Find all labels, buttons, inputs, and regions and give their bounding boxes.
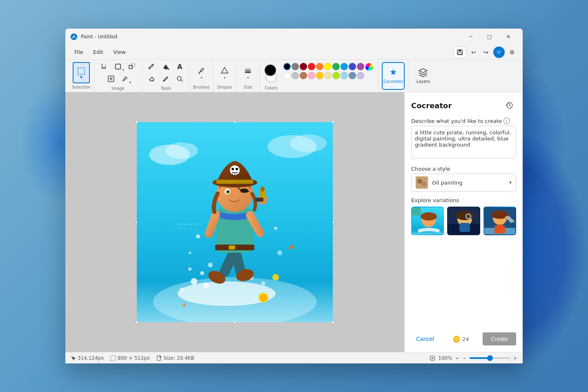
color-red[interactable]: [308, 63, 315, 70]
size-tool[interactable]: ▾: [240, 62, 256, 83]
color-gray[interactable]: [292, 63, 299, 70]
file-size: Size: 20.4KB: [156, 355, 194, 361]
zoom-slider-thumb[interactable]: [487, 355, 493, 361]
color-blue[interactable]: [341, 63, 348, 70]
cancel-button[interactable]: Cancel: [411, 332, 439, 345]
style-dropdown[interactable]: Oil painting ▾: [411, 174, 516, 192]
variations-grid: [411, 207, 516, 235]
selection-tool[interactable]: ▼: [73, 62, 90, 83]
info-icon[interactable]: i: [503, 118, 510, 124]
pirate-svg: [137, 122, 333, 322]
profile-button[interactable]: U: [493, 47, 505, 58]
style-value: Oil painting: [432, 180, 505, 186]
color-lightblue[interactable]: [341, 72, 348, 79]
zoom-in-button[interactable]: +: [513, 355, 518, 361]
undo-button[interactable]: ↩: [468, 47, 479, 58]
color-rainbow[interactable]: [365, 63, 373, 71]
color-purple[interactable]: [357, 63, 364, 70]
style-thumbnail: [416, 176, 428, 189]
svg-point-31: [261, 281, 265, 285]
eraser-tool[interactable]: [145, 73, 158, 85]
color-brown[interactable]: [300, 72, 307, 79]
variation-3[interactable]: [483, 207, 516, 235]
svg-rect-46: [261, 187, 265, 192]
shapes-tool[interactable]: ▾: [216, 62, 233, 83]
layers-button[interactable]: Layers: [412, 62, 434, 90]
select-tool-2[interactable]: ▾: [118, 73, 131, 85]
color-black[interactable]: [283, 63, 291, 70]
filesize-icon: [156, 355, 162, 361]
pencil-icon: [148, 63, 156, 70]
menu-view[interactable]: View: [109, 47, 130, 57]
menu-edit[interactable]: Edit: [89, 47, 107, 57]
color-cream[interactable]: [324, 72, 332, 79]
color-row-2: [283, 72, 373, 79]
brushes-tool[interactable]: ▾: [193, 62, 209, 83]
fill-tool[interactable]: [159, 61, 172, 72]
menubar: File Edit View ↩ ↪ U ⚙: [65, 45, 523, 60]
history-button[interactable]: [503, 99, 516, 112]
variation-2[interactable]: [447, 207, 480, 235]
color-picker-tool[interactable]: [159, 73, 172, 85]
color-lavender[interactable]: [357, 72, 364, 79]
svg-point-27: [208, 263, 213, 267]
cocreator-toolbar-label: Cocreator: [383, 79, 403, 84]
color-pink[interactable]: [308, 72, 315, 79]
main-window: Paint - Untitled ─ □ ✕ File Edit View ↩ …: [65, 29, 523, 363]
svg-point-34: [260, 294, 267, 301]
size-dropdown: ▾: [247, 76, 249, 80]
dropdown-arrow: ▾: [122, 68, 124, 72]
image-tool-row1: ▾: [98, 61, 138, 72]
color-yellow[interactable]: [324, 63, 332, 70]
selection-rect-icon: [77, 67, 86, 76]
layers-icon: [418, 68, 428, 78]
canvas-area[interactable]: [65, 92, 404, 352]
transform-tool[interactable]: ▾: [111, 61, 125, 72]
fit-screen-icon: [429, 355, 436, 361]
magnify-tool[interactable]: [173, 73, 186, 85]
variation-1[interactable]: [411, 207, 444, 235]
color-white[interactable]: [283, 72, 291, 79]
redo-button[interactable]: ↪: [480, 47, 492, 58]
svg-rect-5: [78, 68, 85, 74]
cocreator-button[interactable]: Cocreator: [382, 62, 405, 90]
color-darkred[interactable]: [300, 63, 307, 70]
color-gold[interactable]: [316, 72, 323, 79]
style-label-text: Choose a style: [411, 166, 450, 172]
tools-row1: A: [145, 61, 186, 72]
close-button[interactable]: ✕: [499, 30, 518, 43]
text-tool[interactable]: A: [173, 61, 186, 72]
svg-point-70: [417, 179, 422, 184]
oil-painting-thumb: [416, 176, 428, 189]
svg-point-63: [274, 227, 277, 230]
save-button[interactable]: [453, 47, 466, 58]
tools-row2: [145, 73, 186, 85]
color-orange[interactable]: [316, 63, 323, 70]
minimize-button[interactable]: ─: [461, 30, 480, 43]
svg-point-28: [203, 283, 209, 288]
selection-label: Selection: [72, 85, 91, 89]
undo-redo-group: ↩ ↪: [468, 47, 492, 58]
resize-tool[interactable]: [125, 61, 138, 72]
zoom-dropdown-icon: [455, 356, 460, 361]
color-green[interactable]: [332, 63, 340, 70]
style-chevron-icon: ▾: [509, 180, 512, 185]
maximize-button[interactable]: □: [480, 30, 499, 43]
color-lime[interactable]: [332, 72, 340, 79]
color-row-1: [283, 63, 373, 71]
prompt-textarea[interactable]: a little cute pirate, running, colorful,…: [411, 126, 516, 158]
window-controls: ─ □ ✕: [461, 30, 518, 43]
settings-button[interactable]: ⚙: [506, 47, 518, 58]
canvas-artwork[interactable]: [137, 122, 333, 322]
zoom-out-button[interactable]: −: [462, 355, 467, 361]
menu-file[interactable]: File: [70, 47, 87, 57]
color-lightgray[interactable]: [292, 72, 299, 79]
pencil-tool[interactable]: [145, 61, 158, 72]
erase-bg-tool[interactable]: [105, 73, 118, 85]
zoom-slider[interactable]: [470, 357, 510, 359]
crop-tool[interactable]: [98, 61, 111, 72]
color-steelblue[interactable]: [349, 72, 356, 79]
svg-point-12: [177, 76, 181, 80]
color-navy[interactable]: [349, 63, 356, 70]
create-button[interactable]: Create: [483, 332, 516, 345]
